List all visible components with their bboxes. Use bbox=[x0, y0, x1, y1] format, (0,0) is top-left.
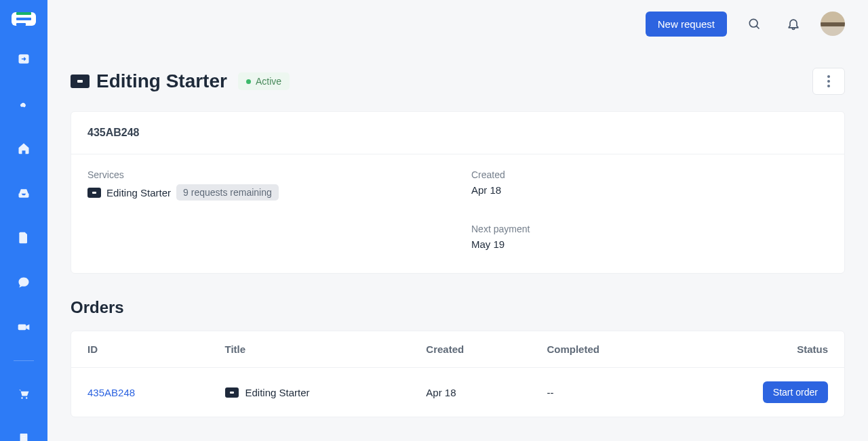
file-icon bbox=[17, 231, 31, 245]
services-label: Services bbox=[87, 169, 444, 180]
handshake-icon bbox=[17, 97, 31, 110]
created-value: Apr 18 bbox=[471, 184, 828, 196]
notifications-button[interactable] bbox=[781, 12, 806, 36]
svg-point-5 bbox=[827, 75, 830, 78]
col-title: Title bbox=[209, 331, 410, 368]
sidebar bbox=[0, 0, 47, 441]
col-completed: Completed bbox=[530, 331, 676, 368]
col-created: Created bbox=[410, 331, 530, 368]
subscription-code: 435AB248 bbox=[71, 112, 844, 154]
subscription-card: 435AB248 Services Editing Starter 9 requ… bbox=[71, 111, 845, 274]
avatar[interactable] bbox=[821, 12, 845, 36]
start-order-button[interactable]: Start order bbox=[763, 381, 828, 403]
sidebar-item-cart[interactable] bbox=[8, 379, 39, 410]
cart-icon bbox=[17, 387, 31, 401]
remaining-pill: 9 requests remaining bbox=[176, 184, 279, 201]
page-icon bbox=[17, 432, 31, 441]
svg-point-7 bbox=[827, 85, 830, 87]
created-label: Created bbox=[471, 169, 828, 180]
sidebar-item-home[interactable] bbox=[8, 133, 39, 164]
sidebar-item-chat[interactable] bbox=[8, 267, 39, 298]
table-row: 435AB248 Editing Starter Apr 18 -- Start bbox=[71, 368, 844, 417]
new-request-button[interactable]: New request bbox=[646, 12, 727, 37]
kebab-icon bbox=[827, 75, 830, 87]
next-payment-value: May 19 bbox=[471, 238, 828, 250]
sidebar-item-files[interactable] bbox=[8, 222, 39, 253]
chat-icon bbox=[17, 276, 31, 289]
next-payment-label: Next payment bbox=[471, 224, 828, 234]
video-chip-icon bbox=[225, 387, 239, 398]
sidebar-item-page[interactable] bbox=[8, 423, 39, 441]
service-name: Editing Starter bbox=[106, 187, 171, 198]
svg-point-6 bbox=[827, 80, 830, 83]
more-actions-button[interactable] bbox=[812, 68, 845, 95]
sidebar-item-inbox[interactable] bbox=[8, 177, 39, 209]
page-title: Editing Starter bbox=[96, 70, 227, 92]
order-title: Editing Starter bbox=[245, 387, 310, 398]
sidebar-item-enter[interactable] bbox=[8, 43, 39, 75]
video-icon bbox=[17, 320, 31, 334]
order-created: Apr 18 bbox=[410, 368, 530, 417]
video-chip-icon bbox=[87, 188, 101, 198]
bell-icon bbox=[787, 17, 800, 30]
col-status: Status bbox=[677, 331, 844, 368]
svg-rect-1 bbox=[18, 324, 26, 330]
arrow-right-box-icon bbox=[17, 52, 31, 66]
search-button[interactable] bbox=[742, 12, 766, 36]
inbox-icon bbox=[17, 186, 31, 200]
svg-point-4 bbox=[749, 19, 757, 27]
sidebar-divider bbox=[14, 360, 34, 361]
topbar: New request bbox=[47, 0, 868, 47]
order-id-link[interactable]: 435AB248 bbox=[87, 387, 135, 398]
video-chip-icon bbox=[71, 75, 90, 88]
home-icon bbox=[17, 142, 31, 155]
sidebar-item-video[interactable] bbox=[8, 312, 39, 343]
sidebar-item-deals[interactable] bbox=[8, 88, 39, 119]
order-completed: -- bbox=[530, 368, 676, 417]
status-badge: Active bbox=[238, 72, 290, 90]
col-id: ID bbox=[71, 331, 209, 368]
orders-card: ID Title Created Completed Status 435AB2… bbox=[71, 331, 845, 417]
search-icon bbox=[747, 17, 761, 30]
logo[interactable] bbox=[12, 12, 36, 26]
orders-title: Orders bbox=[71, 298, 845, 317]
